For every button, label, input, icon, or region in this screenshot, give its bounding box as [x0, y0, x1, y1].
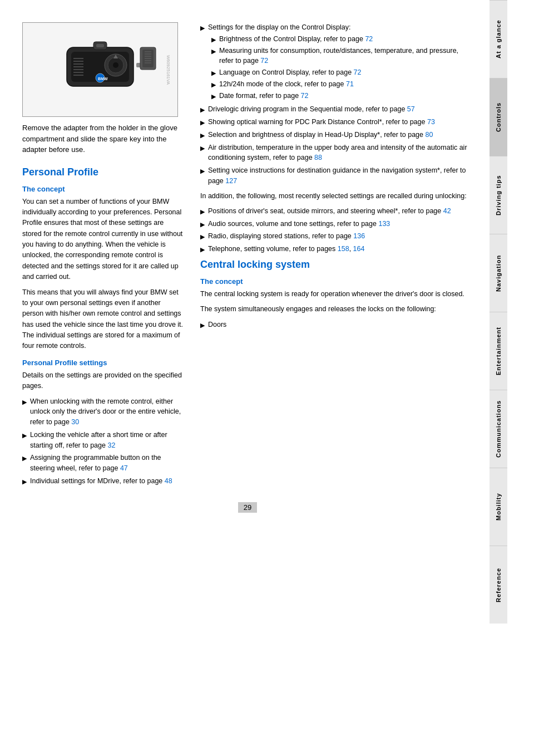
bullet-text: Radio, displaying stored stations, refer…: [208, 231, 365, 242]
right-sidebar: At a glance Controls Driving tips Naviga…: [490, 0, 507, 756]
bullet-text: 12h/24h mode of the clock, refer to page…: [219, 79, 354, 90]
svg-rect-14: [96, 44, 104, 47]
link-88[interactable]: 88: [314, 154, 322, 161]
link-72a[interactable]: 72: [365, 35, 373, 43]
link-73[interactable]: 73: [427, 118, 435, 126]
bullet-arrow: ▶: [22, 397, 27, 407]
list-item-sub: ▶ Date format, refer to page 72: [200, 91, 473, 101]
list-item: ▶ Assigning the programmable button on t…: [22, 453, 184, 474]
central-locking-text1: The central locking system is ready for …: [200, 289, 473, 300]
concept-text2: This means that you will always find you…: [22, 287, 184, 352]
bullet-arrow: ▶: [200, 220, 205, 229]
settings-bullet-list: ▶ When unlocking with the remote control…: [22, 396, 184, 487]
bullet-arrow: ▶: [22, 431, 27, 440]
sidebar-tab-controls[interactable]: Controls: [490, 78, 507, 156]
bullet-arrow: ▶: [211, 68, 216, 78]
sidebar-tab-communications[interactable]: Communications: [490, 390, 507, 468]
list-item: ▶ When unlocking with the remote control…: [22, 396, 184, 428]
link-136[interactable]: 136: [353, 232, 365, 240]
right-column: ▶ Settings for the display on the Contro…: [200, 22, 473, 491]
bullet-text: Assigning the programmable button on the…: [30, 453, 184, 474]
list-item-sub: ▶ Language on Control Display, refer to …: [200, 67, 473, 78]
link-48[interactable]: 48: [165, 477, 172, 485]
bullet-text: Air distribution, temperature in the upp…: [208, 143, 473, 164]
bullet-arrow: ▶: [22, 477, 27, 487]
link-80[interactable]: 80: [426, 131, 433, 139]
bullet-arrow: ▶: [211, 47, 216, 56]
sidebar-tab-entertainment[interactable]: Entertainment: [490, 312, 507, 390]
list-item: ▶ Individual settings for MDrive, refer …: [22, 476, 184, 487]
list-item: ▶ Positions of driver's seat, outside mi…: [200, 206, 473, 217]
bullet-arrow: ▶: [200, 166, 205, 176]
link-133[interactable]: 133: [378, 220, 390, 228]
image-caption: Remove the adapter from the holder in th…: [22, 122, 184, 155]
bullet-arrow: ▶: [200, 232, 205, 242]
bullet-text: Individual settings for MDrive, refer to…: [30, 476, 172, 487]
link-42[interactable]: 42: [443, 207, 451, 215]
two-column-layout: BMW W60925161VA: [22, 22, 473, 491]
list-item: ▶ Air distribution, temperature in the u…: [200, 143, 473, 164]
list-item: ▶ Locking the vehicle after a short time…: [22, 430, 184, 451]
central-locking-concept-subtitle: The concept: [200, 277, 473, 286]
list-item-sub: ▶ 12h/24h mode of the clock, refer to pa…: [200, 79, 473, 90]
concept-text1: You can set a number of functions of you…: [22, 197, 184, 283]
bullet-text: Audio sources, volume and tone settings,…: [208, 219, 390, 229]
sidebar-tab-navigation[interactable]: Navigation: [490, 234, 507, 312]
sidebar-tab-at-a-glance[interactable]: At a glance: [490, 0, 507, 78]
link-164[interactable]: 164: [353, 245, 365, 253]
bullet-arrow: ▶: [200, 245, 205, 254]
bullet-text: When unlocking with the remote control, …: [30, 396, 184, 428]
link-30[interactable]: 30: [71, 418, 79, 426]
bullet-arrow: ▶: [211, 80, 216, 90]
list-item: ▶ Selection and brightness of display in…: [200, 130, 473, 140]
sidebar-tab-mobility[interactable]: Mobility: [490, 468, 507, 546]
recalled-bullet-list: ▶ Positions of driver's seat, outside mi…: [200, 206, 473, 254]
bullet-text: Selection and brightness of display in H…: [208, 130, 433, 140]
doors-bullet-list: ▶ Doors: [200, 320, 473, 330]
bullet-arrow: ▶: [200, 207, 205, 217]
list-item-sub: ▶ Brightness of the Control Display, ref…: [200, 34, 473, 45]
bullet-arrow: ▶: [211, 35, 216, 45]
bullet-text: Showing optical warning for PDC Park Dis…: [208, 117, 435, 127]
bullet-text: Setting voice instructions for destinati…: [208, 165, 473, 186]
sidebar-tab-reference[interactable]: Reference: [490, 546, 507, 624]
sidebar-tab-driving-tips[interactable]: Driving tips: [490, 156, 507, 234]
link-72c[interactable]: 72: [354, 68, 362, 76]
bullet-text: Drivelogic driving program in the Sequen…: [208, 104, 415, 115]
link-158[interactable]: 158: [338, 245, 349, 253]
left-column: BMW W60925161VA: [22, 22, 184, 491]
link-72d[interactable]: 72: [301, 92, 309, 100]
link-127[interactable]: 127: [225, 177, 237, 185]
link-47[interactable]: 47: [120, 464, 128, 472]
link-57[interactable]: 57: [407, 105, 415, 113]
list-item: ▶ Settings for the display on the Contro…: [200, 22, 473, 33]
watermark-text: W60925161VA: [166, 55, 171, 85]
link-72b[interactable]: 72: [260, 57, 268, 65]
svg-point-11: [113, 62, 118, 68]
bullet-arrow: ▶: [200, 105, 205, 115]
settings-subtitle: Personal Profile settings: [22, 359, 184, 367]
bullet-text: Locking the vehicle after a short time o…: [30, 430, 184, 451]
central-locking-text2: The system simultaneously engages and re…: [200, 304, 473, 315]
bullet-text: Date format, refer to page 72: [219, 91, 309, 101]
page-number: 29: [238, 502, 257, 513]
bullet-arrow: ▶: [200, 23, 205, 33]
bullet-arrow: ▶: [211, 92, 216, 101]
bullet-arrow: ▶: [200, 131, 205, 140]
list-item: ▶ Radio, displaying stored stations, ref…: [200, 231, 473, 242]
page-number-bar: 29: [22, 497, 473, 513]
link-32[interactable]: 32: [107, 441, 115, 449]
list-item: ▶ Audio sources, volume and tone setting…: [200, 219, 473, 229]
main-content: BMW W60925161VA: [0, 0, 490, 756]
list-item: ▶ Drivelogic driving program in the Sequ…: [200, 104, 473, 115]
car-key-svg: BMW: [33, 31, 167, 109]
bullet-text: Telephone, setting volume, refer to page…: [208, 244, 364, 254]
central-locking-title: Central locking system: [200, 259, 473, 271]
bullet-text: Measuring units for consumption, route/d…: [219, 46, 473, 67]
link-71[interactable]: 71: [346, 80, 354, 88]
bullet-arrow: ▶: [200, 118, 205, 127]
svg-text:BMW: BMW: [98, 77, 108, 81]
bullet-arrow: ▶: [200, 144, 205, 153]
recalled-settings-intro: In addition, the following, most recentl…: [200, 191, 473, 202]
list-item-sub: ▶ Measuring units for consumption, route…: [200, 46, 473, 67]
